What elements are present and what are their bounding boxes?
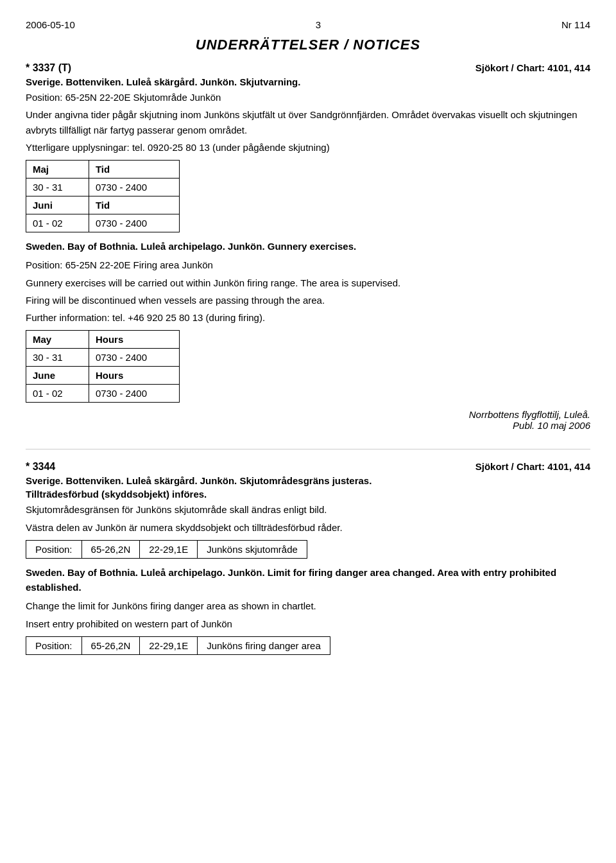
notice-2-id: * 3344 bbox=[26, 461, 55, 473]
notice-1-en-p4: Further information: tel. +46 920 25 80 … bbox=[26, 310, 590, 325]
notice-2-en-body: Change the limit for Junköns firing dang… bbox=[26, 598, 590, 631]
pos-en-cell1: Position: bbox=[26, 636, 82, 654]
notice-1-chart: Sjökort / Chart: 4101, 414 bbox=[475, 62, 590, 73]
notice-2-sv-p1: Skjutområdesgränsen för Junköns skjutomr… bbox=[26, 502, 590, 517]
pos-sv-cell4: Junköns skjutområde bbox=[198, 540, 307, 558]
notice-1-footer: Norrbottens flygflottilj, Luleå. Publ. 1… bbox=[26, 409, 590, 431]
schedule-sv-col2-header: Tid bbox=[89, 161, 179, 179]
notice-1-english: Sweden. Bay of Bothnia. Luleå archipelag… bbox=[26, 239, 590, 403]
notice-2-en-location: Sweden. Bay of Bothnia. Luleå archipelag… bbox=[26, 565, 590, 595]
schedule-en-row2-col1: 01 - 02 bbox=[26, 385, 89, 403]
position-table-en: Position: 65-26,2N 22-29,1E Junköns firi… bbox=[26, 636, 330, 655]
notice-2-english: Sweden. Bay of Bothnia. Luleå archipelag… bbox=[26, 565, 590, 655]
notice-1-en-p3: Firing will be discontinued when vessels… bbox=[26, 293, 590, 308]
notice-1-sv-p1: Position: 65-25N 22-20E Skjutområde Junk… bbox=[26, 90, 590, 105]
pos-en-cell2: 65-26,2N bbox=[81, 636, 140, 654]
pos-sv-cell3: 22-29,1E bbox=[140, 540, 198, 558]
schedule-sv-1: Maj Tid 30 - 31 0730 - 2400 Juni Tid 01 … bbox=[26, 160, 180, 232]
notice-1-body-sv: Position: 65-25N 22-20E Skjutområde Junk… bbox=[26, 90, 590, 155]
notice-2-en-p2: Insert entry prohibited on western part … bbox=[26, 616, 590, 631]
schedule-en-col2-header2: Hours bbox=[89, 367, 179, 385]
schedule-sv-row2-col1: 01 - 02 bbox=[26, 214, 89, 232]
schedule-en-1: May Hours 30 - 31 0730 - 2400 June Hours… bbox=[26, 330, 180, 403]
notice-2-en-p1: Change the limit for Junköns firing dang… bbox=[26, 598, 590, 613]
page-header: 2006-05-10 3 Nr 114 bbox=[26, 19, 590, 30]
notice-2-header: * 3344 Sjökort / Chart: 4101, 414 bbox=[26, 461, 590, 473]
schedule-en-row1-col2: 0730 - 2400 bbox=[89, 349, 179, 367]
main-title: UNDERRÄTTELSER / NOTICES bbox=[26, 37, 590, 53]
schedule-sv-col1-header2: Juni bbox=[26, 196, 89, 214]
pos-sv-cell2: 65-26,2N bbox=[81, 540, 140, 558]
notice-1-header: * 3337 (T) Sjökort / Chart: 4101, 414 bbox=[26, 62, 590, 74]
notice-2-subtitle: Sverige. Bottenviken. Luleå skärgård. Ju… bbox=[26, 475, 590, 486]
notice-2-subtitle2: Tillträdesförbud (skyddsobjekt) införes. bbox=[26, 489, 590, 500]
notice-1: * 3337 (T) Sjökort / Chart: 4101, 414 Sv… bbox=[26, 62, 590, 431]
notice-1-footer-line1: Norrbottens flygflottilj, Luleå. bbox=[26, 409, 590, 420]
section-divider bbox=[26, 449, 590, 449]
header-date: 2006-05-10 bbox=[26, 19, 75, 30]
notice-2-body-sv: Skjutområdesgränsen för Junköns skjutomr… bbox=[26, 502, 590, 535]
pos-en-cell3: 22-29,1E bbox=[140, 636, 198, 654]
notice-1-en-p2: Gunnery exercises will be carried out wi… bbox=[26, 275, 590, 290]
notice-1-sv-p3: Ytterligare upplysningar: tel. 0920-25 8… bbox=[26, 140, 590, 155]
schedule-sv-row1-col1: 30 - 31 bbox=[26, 179, 89, 196]
schedule-en-col2-header: Hours bbox=[89, 331, 179, 349]
notice-1-sv-p2: Under angivna tider pågår skjutning inom… bbox=[26, 107, 590, 137]
schedule-sv-row1-col2: 0730 - 2400 bbox=[89, 179, 179, 196]
notice-1-en-body: Position: 65-25N 22-20E Firing area Junk… bbox=[26, 257, 590, 325]
schedule-en-row1-col1: 30 - 31 bbox=[26, 349, 89, 367]
notice-1-en-p1: Position: 65-25N 22-20E Firing area Junk… bbox=[26, 257, 590, 272]
schedule-en-col1-header2: June bbox=[26, 367, 89, 385]
notice-2-chart: Sjökort / Chart: 4101, 414 bbox=[475, 461, 590, 472]
position-table-sv: Position: 65-26,2N 22-29,1E Junköns skju… bbox=[26, 540, 307, 559]
notice-1-footer-line2: Publ. 10 maj 2006 bbox=[26, 420, 590, 431]
notice-2: * 3344 Sjökort / Chart: 4101, 414 Sverig… bbox=[26, 461, 590, 655]
schedule-sv-row2-col2: 0730 - 2400 bbox=[89, 214, 179, 232]
pos-sv-cell1: Position: bbox=[26, 540, 82, 558]
schedule-sv-col2-header2: Tid bbox=[89, 196, 179, 214]
header-page: 3 bbox=[316, 19, 321, 30]
schedule-sv-col1-header: Maj bbox=[26, 161, 89, 179]
notice-1-id: * 3337 (T) bbox=[26, 62, 71, 74]
schedule-en-row2-col2: 0730 - 2400 bbox=[89, 385, 179, 403]
pos-en-cell4: Junköns firing danger area bbox=[198, 636, 330, 654]
notice-2-sv-p2: Västra delen av Junkön är numera skyddso… bbox=[26, 520, 590, 535]
notice-1-en-location: Sweden. Bay of Bothnia. Luleå archipelag… bbox=[26, 239, 590, 254]
header-nr: Nr 114 bbox=[561, 19, 590, 30]
schedule-en-col1-header: May bbox=[26, 331, 89, 349]
notice-1-subtitle: Sverige. Bottenviken. Luleå skärgård. Ju… bbox=[26, 76, 590, 87]
